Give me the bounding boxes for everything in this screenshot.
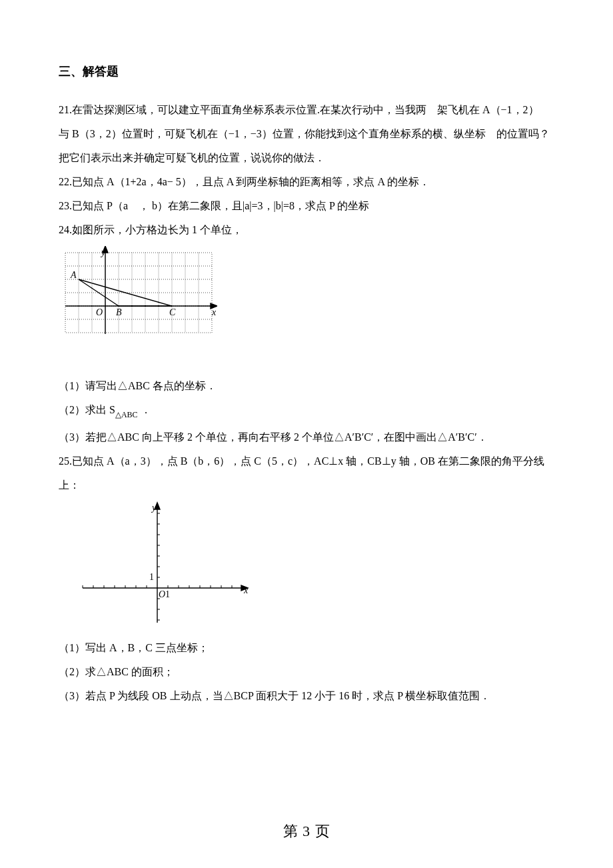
point-A-label: A bbox=[70, 270, 77, 280]
x-tick-1: 1 bbox=[165, 589, 170, 599]
section-heading: 三、解答题 bbox=[59, 63, 554, 79]
q24-part2-suffix: ． bbox=[138, 404, 151, 415]
axes-svg: y x O 1 1 bbox=[77, 501, 251, 628]
q22-line: 22.已知点 A（1+2a，4a− 5），且点 A 到两坐标轴的距离相等，求点 … bbox=[59, 170, 554, 194]
q25-part3: （3）若点 P 为线段 OB 上动点，当△BCP 面积大于 12 小于 16 时… bbox=[59, 684, 554, 708]
point-B-label: B bbox=[116, 307, 122, 317]
origin-label: O bbox=[159, 589, 165, 599]
q24-part2-sub: △ABC bbox=[115, 410, 138, 419]
q25-part1: （1）写出 A，B，C 三点坐标； bbox=[59, 636, 554, 660]
grid-triangle-svg: y x O A B C bbox=[63, 246, 217, 366]
q24-part2: （2）求出 S△ABC ． bbox=[59, 398, 554, 425]
svg-line-21 bbox=[79, 279, 172, 306]
axis-y-label: y bbox=[151, 503, 157, 513]
q25-figure: y x O 1 1 bbox=[63, 501, 554, 628]
q21-line3: 把它们表示出来并确定可疑飞机的位置，说说你的做法． bbox=[59, 146, 554, 170]
page: 三、解答题 21.在雷达探测区域，可以建立平面直角坐标系表示位置.在某次行动中，… bbox=[0, 0, 613, 868]
q25-intro: 25.已知点 A（a，3），点 B（b，6），点 C（5，c），AC⊥x 轴，C… bbox=[59, 449, 554, 497]
svg-line-20 bbox=[79, 279, 119, 306]
q24-intro: 24.如图所示，小方格边长为 1 个单位， bbox=[59, 218, 554, 242]
q24-figure: y x O A B C bbox=[63, 246, 554, 366]
q23-line: 23.已知点 P（a ， b）在第二象限，且|a|=3，|b|=8，求点 P 的… bbox=[59, 194, 554, 218]
origin-label: O bbox=[96, 307, 103, 317]
q24-part2-prefix: （2）求出 S bbox=[59, 404, 115, 415]
axis-y-label: y bbox=[100, 247, 106, 257]
q25-part2: （2）求△ABC 的面积； bbox=[59, 660, 554, 684]
q24-part1: （1）请写出△ABC 各点的坐标． bbox=[59, 374, 554, 398]
axis-x-label: x bbox=[243, 585, 249, 595]
point-C-label: C bbox=[169, 307, 176, 317]
q24-part3: （3）若把△ABC 向上平移 2 个单位，再向右平移 2 个单位△A′B′C′，… bbox=[59, 425, 554, 449]
q21-line2: 与 B（3，2）位置时，可疑飞机在（−1，−3）位置，你能找到这个直角坐标系的横… bbox=[59, 122, 554, 146]
page-footer: 第 3 页 bbox=[0, 821, 613, 841]
y-tick-1: 1 bbox=[149, 572, 154, 582]
axis-x-label: x bbox=[211, 307, 217, 317]
q21-line1: 21.在雷达探测区域，可以建立平面直角坐标系表示位置.在某次行动中，当我两 架飞… bbox=[59, 98, 554, 122]
